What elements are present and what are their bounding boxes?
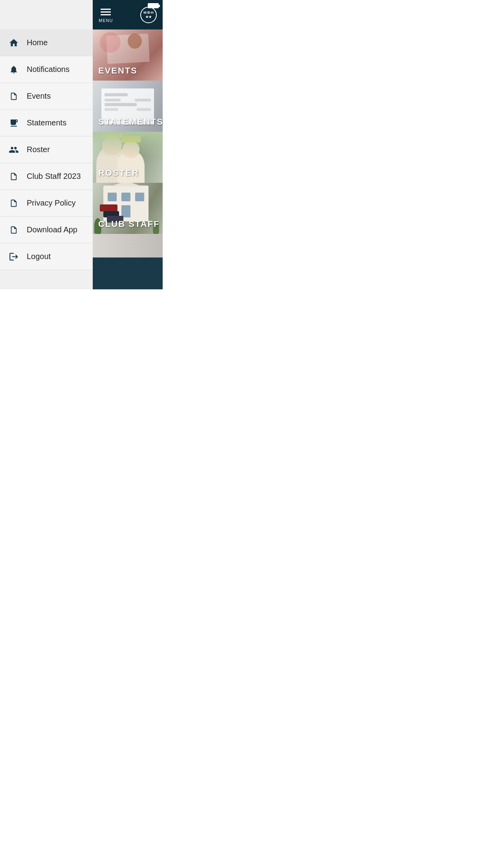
roster-tile-label: ROSTER (98, 168, 139, 178)
menu-label: MENU (99, 18, 113, 23)
sidebar-item-notifications[interactable]: Notifications (0, 56, 93, 83)
statements-tile-label: STATEMENTS (98, 117, 163, 127)
menu-button[interactable]: MENU (99, 7, 113, 23)
roster-icon (8, 144, 20, 156)
car-1 (100, 204, 117, 211)
logo-text: M·B·H★★ (143, 11, 154, 19)
tiles-container: EVENTS (93, 29, 163, 289)
sidebar-item-roster[interactable]: Roster (0, 136, 93, 163)
hamburger-icon (99, 7, 113, 17)
tile-events[interactable]: EVENTS (93, 29, 163, 81)
privacy-policy-icon (8, 197, 20, 209)
sidebar-item-statements-label: Statements (27, 118, 66, 127)
battery-indicator (148, 3, 159, 8)
club-staff-icon (8, 171, 20, 182)
sidebar-item-home-label: Home (27, 38, 48, 47)
logo: M·B·H★★ (140, 7, 157, 23)
sidebar: Home Notifications Events (0, 0, 93, 289)
top-bar: MENU M·B·H★★ (93, 0, 163, 29)
right-panel: MENU M·B·H★★ EVENTS (93, 0, 163, 289)
sidebar-item-events[interactable]: Events (0, 83, 93, 110)
sidebar-item-privacy-policy-label: Privacy Policy (27, 199, 75, 208)
tile-last[interactable] (93, 234, 163, 257)
sidebar-item-home[interactable]: Home (0, 29, 93, 56)
bell-icon (8, 64, 20, 75)
tile-last-bg (93, 234, 163, 257)
sidebar-item-logout-label: Logout (27, 252, 51, 261)
events-icon (8, 90, 20, 102)
sidebar-item-club-staff[interactable]: Club Staff 2023 (0, 163, 93, 190)
tile-roster[interactable]: ROSTER (93, 132, 163, 183)
nav-menu: Home Notifications Events (0, 29, 93, 289)
sidebar-header (0, 0, 93, 29)
sidebar-item-roster-label: Roster (27, 145, 50, 154)
tile-statements[interactable]: STATEMENTS (93, 81, 163, 132)
events-tile-label: EVENTS (98, 66, 138, 76)
home-icon (8, 37, 20, 49)
sidebar-item-download-app[interactable]: Download App (0, 217, 93, 243)
download-app-icon (8, 224, 20, 236)
sidebar-item-logout[interactable]: Logout (0, 243, 93, 270)
sidebar-item-notifications-label: Notifications (27, 65, 70, 74)
sidebar-item-download-app-label: Download App (27, 225, 77, 234)
app-container: Home Notifications Events (0, 0, 163, 289)
logout-icon (8, 251, 20, 263)
statements-icon (8, 117, 20, 129)
sidebar-item-privacy-policy[interactable]: Privacy Policy (0, 190, 93, 217)
sidebar-item-statements[interactable]: Statements (0, 110, 93, 136)
sidebar-item-events-label: Events (27, 92, 51, 101)
tile-club-staff[interactable]: CLUB STAFF (93, 183, 163, 234)
sidebar-item-club-staff-label: Club Staff 2023 (27, 172, 81, 181)
club-staff-tile-label: CLUB STAFF (98, 219, 160, 229)
